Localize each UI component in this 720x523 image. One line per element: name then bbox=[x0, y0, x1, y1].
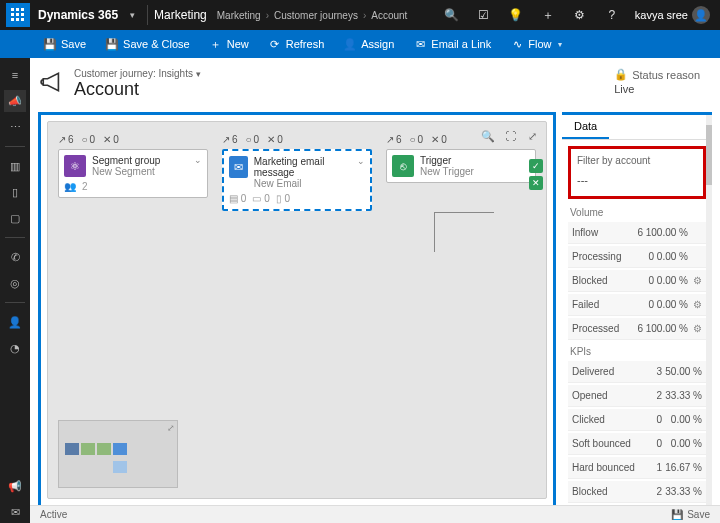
lock-icon: 🔒 bbox=[614, 68, 628, 81]
clipboard-icon[interactable]: ▯ bbox=[4, 181, 26, 203]
table-row[interactable]: Delivered350.00 % bbox=[568, 361, 706, 383]
save-button[interactable]: 💾Save bbox=[36, 30, 94, 58]
trigger-icon: ⎋ bbox=[392, 155, 414, 177]
chevron-down-icon[interactable]: ⌄ bbox=[194, 155, 202, 177]
svg-rect-3 bbox=[11, 13, 14, 16]
tile-trigger[interactable]: ⎋ Trigger New Trigger ✓ ✕ bbox=[386, 149, 536, 183]
mail-icon[interactable]: ✉ bbox=[4, 501, 26, 523]
breadcrumb-item[interactable]: Account bbox=[371, 10, 407, 21]
announce-icon[interactable]: 📢 bbox=[4, 475, 26, 497]
search-icon[interactable]: 🔍 bbox=[439, 2, 465, 28]
table-row[interactable]: Clicked00.00 % bbox=[568, 409, 706, 431]
table-row[interactable]: Soft bounced00.00 % bbox=[568, 433, 706, 455]
svg-rect-2 bbox=[21, 8, 24, 11]
assign-button[interactable]: 👤Assign bbox=[336, 30, 402, 58]
avatar-icon: 👤 bbox=[692, 6, 710, 24]
chevron-down-icon[interactable]: ▾ bbox=[196, 69, 201, 79]
segment-icon[interactable]: ◔ bbox=[4, 337, 26, 359]
breadcrumb-item[interactable]: Marketing bbox=[217, 10, 261, 21]
tile-stats: ↗ 6 ○ 0 ✕ 0 bbox=[58, 134, 208, 145]
person-icon[interactable]: 👤 bbox=[4, 311, 26, 333]
minimap[interactable]: ⤢ bbox=[58, 420, 178, 488]
chevron-down-icon[interactable]: ▾ bbox=[130, 10, 135, 20]
tile-stats: ↗ 6 ○ 0 ✕ 0 bbox=[222, 134, 372, 145]
tab-data[interactable]: Data bbox=[562, 115, 609, 139]
right-pane: Data Filter by account --- Volume Inflow… bbox=[562, 112, 712, 505]
svg-rect-5 bbox=[21, 13, 24, 16]
page-crumb[interactable]: Customer journey: Insights bbox=[74, 68, 193, 79]
chevron-down-icon[interactable]: ⌄ bbox=[357, 156, 365, 189]
volume-label: Volume bbox=[570, 207, 706, 218]
svg-rect-8 bbox=[21, 18, 24, 21]
chart-icon[interactable]: ▥ bbox=[4, 155, 26, 177]
table-row[interactable]: Blocked0 0.00 %⚙ bbox=[568, 270, 706, 292]
svg-rect-4 bbox=[16, 13, 19, 16]
phone-icon[interactable]: ✆ bbox=[4, 246, 26, 268]
app-launcher-icon[interactable] bbox=[6, 3, 30, 27]
kpi-label: KPIs bbox=[570, 346, 706, 357]
close-icon: ✕ bbox=[529, 176, 543, 190]
table-row[interactable]: Blocked233.33 % bbox=[568, 481, 706, 503]
connector bbox=[434, 212, 494, 213]
table-row[interactable]: Processing0 0.00 % bbox=[568, 246, 706, 268]
gear-icon[interactable]: ⚙ bbox=[567, 2, 593, 28]
left-rail: ≡ 📣 ⋯ ▥ ▯ ▢ ✆ ◎ 👤 ◔ 📢 ✉ bbox=[0, 58, 30, 523]
user-name: kavya sree bbox=[635, 9, 688, 21]
footer: Active 💾 Save bbox=[30, 505, 720, 523]
page-title: Account bbox=[74, 79, 201, 100]
filter-by-account[interactable]: Filter by account --- bbox=[568, 146, 706, 199]
filter-value: --- bbox=[577, 174, 697, 186]
plus-icon[interactable]: ＋ bbox=[535, 2, 561, 28]
svg-rect-6 bbox=[11, 18, 14, 21]
scrollbar-thumb[interactable] bbox=[706, 125, 712, 185]
user-menu[interactable]: kavya sree 👤 bbox=[631, 6, 714, 24]
table-row[interactable]: Processed6 100.00 %⚙ bbox=[568, 318, 706, 340]
save-icon: 💾 bbox=[671, 509, 683, 520]
status-text: Active bbox=[40, 509, 67, 520]
tile-stats: ↗ 6 ○ 0 ✕ 0 bbox=[386, 134, 536, 145]
journey-canvas: 🔍 ⛶ ⤢ ↗ 6 ○ 0 ✕ 0 bbox=[38, 112, 556, 505]
expand-icon[interactable]: ⤢ bbox=[167, 423, 175, 433]
table-row[interactable]: Failed0 0.00 %⚙ bbox=[568, 294, 706, 316]
megaphone-icon[interactable]: 📣 bbox=[4, 90, 26, 112]
image-icon[interactable]: ▢ bbox=[4, 207, 26, 229]
more-icon[interactable]: ⋯ bbox=[4, 116, 26, 138]
help-icon[interactable]: ? bbox=[599, 2, 625, 28]
breadcrumb: Marketing› Customer journeys› Account bbox=[217, 10, 408, 21]
app-name[interactable]: Dynamics 365 bbox=[38, 8, 118, 22]
table-row[interactable]: Hard bounced116.67 % bbox=[568, 457, 706, 479]
new-button[interactable]: ＋New bbox=[202, 30, 257, 58]
divider bbox=[147, 5, 148, 25]
refresh-button[interactable]: ⟳Refresh bbox=[261, 30, 333, 58]
people-icon: 👥 bbox=[64, 181, 76, 192]
status-value: Live bbox=[614, 83, 700, 95]
canvas-inner[interactable]: 🔍 ⛶ ⤢ ↗ 6 ○ 0 ✕ 0 bbox=[47, 121, 547, 499]
tile-email[interactable]: ✉ Marketing email message New Email ⌄ bbox=[222, 149, 372, 211]
lightbulb-icon[interactable]: 💡 bbox=[503, 2, 529, 28]
filter-label: Filter by account bbox=[577, 155, 697, 166]
menu-icon[interactable]: ≡ bbox=[4, 64, 26, 86]
status-label: Status reason bbox=[632, 69, 700, 81]
email-link-button[interactable]: ✉Email a Link bbox=[406, 30, 499, 58]
module-name[interactable]: Marketing bbox=[154, 8, 207, 22]
tile-segment[interactable]: ⚛ Segment group New Segment ⌄ 👥2 bbox=[58, 149, 208, 198]
save-close-button[interactable]: 💾Save & Close bbox=[98, 30, 198, 58]
top-nav: Dynamics 365 ▾ Marketing Marketing› Cust… bbox=[0, 0, 720, 30]
svg-rect-1 bbox=[16, 8, 19, 11]
megaphone-icon bbox=[40, 70, 66, 94]
table-row[interactable]: Inflow6 100.00 % bbox=[568, 222, 706, 244]
footer-save[interactable]: 💾 Save bbox=[671, 509, 710, 520]
breadcrumb-item[interactable]: Customer journeys bbox=[274, 10, 358, 21]
check-icon: ✓ bbox=[529, 159, 543, 173]
command-bar: 💾Save 💾Save & Close ＋New ⟳Refresh 👤Assig… bbox=[0, 30, 720, 58]
svg-rect-0 bbox=[11, 8, 14, 11]
task-icon[interactable]: ☑ bbox=[471, 2, 497, 28]
segment-icon: ⚛ bbox=[64, 155, 86, 177]
table-row[interactable]: Opened233.33 % bbox=[568, 385, 706, 407]
target-icon[interactable]: ◎ bbox=[4, 272, 26, 294]
connector bbox=[434, 212, 435, 252]
page-header: Customer journey: Insights ▾ Account 🔒St… bbox=[30, 58, 720, 106]
flow-button[interactable]: ∿Flow▾ bbox=[503, 30, 570, 58]
email-icon: ✉ bbox=[229, 156, 248, 178]
svg-rect-7 bbox=[16, 18, 19, 21]
